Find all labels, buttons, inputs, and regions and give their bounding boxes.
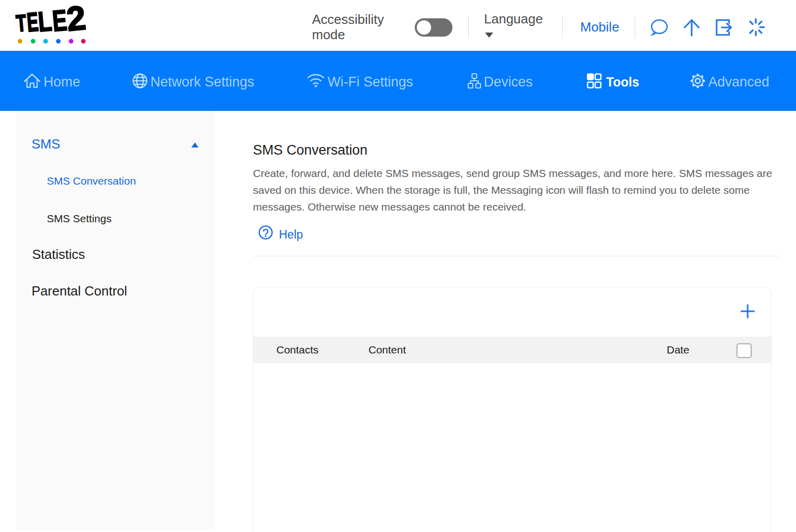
svg-text:2: 2 bbox=[65, 0, 88, 38]
svg-text:L: L bbox=[37, 5, 53, 38]
svg-text:T: T bbox=[15, 10, 27, 36]
